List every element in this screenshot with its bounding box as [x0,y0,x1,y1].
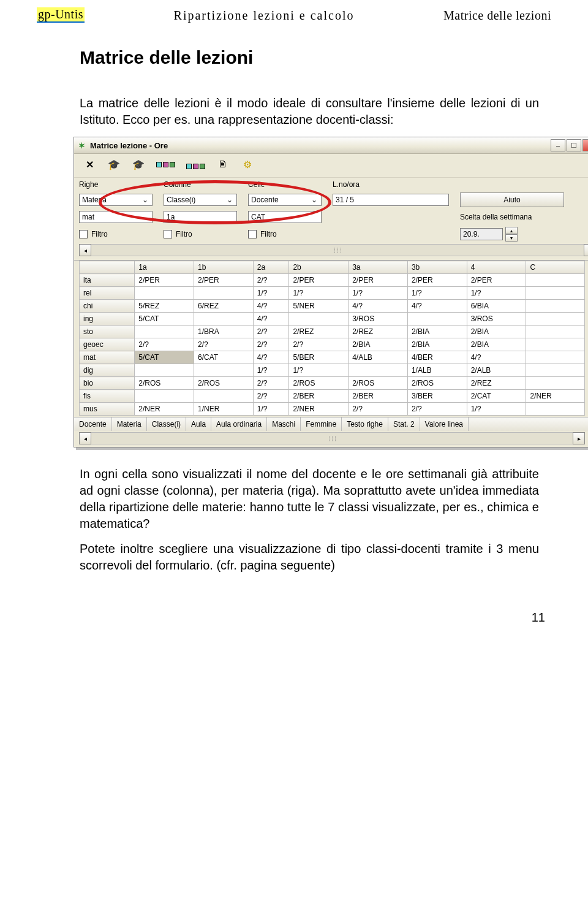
table-cell[interactable]: 2/PER [407,274,467,287]
table-cell[interactable] [407,313,467,326]
spinner-up[interactable]: ▴ [505,227,518,234]
table-cell[interactable] [526,287,585,300]
table-cell[interactable]: 1/ALB [407,364,467,377]
row-header[interactable]: dig [80,364,135,377]
row-header[interactable]: ita [80,274,135,287]
table-cell[interactable]: 2/BIA [407,338,467,351]
table-cell[interactable] [526,326,585,338]
table-cell[interactable] [349,364,408,377]
table-cell[interactable]: 1/? [289,287,349,300]
table-cell[interactable]: 2/? [349,403,408,416]
grid-scroll-left-icon[interactable]: ◂ [79,432,91,444]
table-cell[interactable]: 2/? [135,338,194,351]
table-cell[interactable]: 2/PER [135,274,194,287]
table-cell[interactable]: 2/ROS [135,377,194,390]
table-cell[interactable]: 5/REZ [135,300,194,313]
table-cell[interactable]: 5/CAT [135,313,194,326]
grid-hscroll[interactable]: ┊┊┊ [91,432,573,444]
input-scelta[interactable]: 20.9. [460,228,503,240]
row-header[interactable]: rel [80,287,135,300]
table-cell[interactable]: 3/ROS [349,313,408,326]
bottom-column-header[interactable]: Maschi [267,417,301,431]
layout-icon-1[interactable] [156,162,175,167]
table-cell[interactable]: 2/REZ [349,326,408,338]
column-header[interactable]: 2a [253,261,289,274]
column-header[interactable]: 1b [194,261,254,274]
column-header[interactable]: 3a [349,261,408,274]
close-button[interactable]: ✕ [582,139,588,151]
combo-colonne[interactable]: Classe(i)⌄ [164,194,237,206]
table-cell[interactable]: 1/? [253,403,289,416]
table-cell[interactable]: 1/? [407,287,467,300]
table-cell[interactable]: 2/BIA [467,338,526,351]
table-cell[interactable]: 2/PER [467,274,526,287]
column-header[interactable] [80,261,135,274]
scroll-left-icon[interactable]: ◂ [79,244,91,256]
table-cell[interactable]: 2/REZ [289,326,349,338]
table-cell[interactable]: 2/NER [135,403,194,416]
table-cell[interactable] [526,338,585,351]
column-header[interactable]: 2b [289,261,349,274]
table-cell[interactable]: 2/ROS [349,377,408,390]
table-cell[interactable]: 4/ALB [349,351,408,364]
bottom-column-header[interactable]: Docente [74,417,112,431]
combo-righe[interactable]: Materia⌄ [79,194,153,206]
grid-scroll-right-icon[interactable]: ▸ [573,432,585,444]
input-lno[interactable]: 31 / 5 [333,194,449,206]
table-cell[interactable]: 2/BER [349,390,408,403]
table-cell[interactable]: 5/BER [289,351,349,364]
row-header[interactable]: ing [80,313,135,326]
gears-icon[interactable]: ⚙ [241,158,254,171]
filtro-celle[interactable]: Filtro [248,230,322,238]
table-cell[interactable] [135,364,194,377]
table-cell[interactable] [526,274,585,287]
table-cell[interactable]: 2/BIA [349,338,408,351]
row-header[interactable]: geoec [80,338,135,351]
table-cell[interactable]: 2/? [253,274,289,287]
row-header[interactable]: chi [80,300,135,313]
table-cell[interactable] [194,390,254,403]
table-cell[interactable] [194,313,254,326]
table-cell[interactable]: 5/CAT [135,351,194,364]
spinner-down[interactable]: ▾ [505,234,518,242]
table-cell[interactable]: 4/? [467,351,526,364]
table-cell[interactable]: 4/BER [407,351,467,364]
table-cell[interactable]: 2/? [407,403,467,416]
bottom-column-header[interactable]: Testo righe [342,417,388,431]
table-cell[interactable]: 2/ROS [289,377,349,390]
minimize-button[interactable]: – [551,139,565,151]
input-celle-sub[interactable]: CAT [248,211,322,223]
print-preview-icon[interactable]: 🗎 [216,158,230,171]
table-cell[interactable]: 2/? [253,338,289,351]
row-header[interactable]: bio [80,377,135,390]
table-cell[interactable]: 1/? [467,287,526,300]
table-cell[interactable]: 2/PER [194,274,254,287]
table-cell[interactable]: 2/PER [289,274,349,287]
table-cell[interactable]: 2/? [253,377,289,390]
table-cell[interactable]: 1/NER [194,403,254,416]
table-cell[interactable]: 2/CAT [467,390,526,403]
row-header[interactable]: fis [80,390,135,403]
input-righe-sub[interactable]: mat [79,211,153,223]
table-cell[interactable]: 2/NER [526,390,585,403]
column-header[interactable]: 3b [407,261,467,274]
table-cell[interactable] [194,287,254,300]
input-colonne-sub[interactable]: 1a [164,211,237,223]
table-cell[interactable]: 4/? [349,300,408,313]
table-cell[interactable]: 2/ALB [467,364,526,377]
cancel-icon[interactable]: ✕ [83,158,96,171]
row-header[interactable]: mus [80,403,135,416]
controls-hscroll[interactable]: ┊┊┊ [91,244,584,256]
bottom-column-header[interactable]: Femmine [301,417,342,431]
bottom-column-header[interactable]: Stat. 2 [388,417,420,431]
table-cell[interactable]: 2/ROS [407,377,467,390]
table-cell[interactable]: 2/BER [289,390,349,403]
row-header[interactable]: sto [80,326,135,338]
filtro-colonne[interactable]: Filtro [164,230,237,238]
table-cell[interactable] [526,313,585,326]
table-cell[interactable] [135,390,194,403]
table-cell[interactable] [526,351,585,364]
table-cell[interactable] [526,364,585,377]
table-cell[interactable]: 1/? [349,287,408,300]
table-cell[interactable] [526,377,585,390]
